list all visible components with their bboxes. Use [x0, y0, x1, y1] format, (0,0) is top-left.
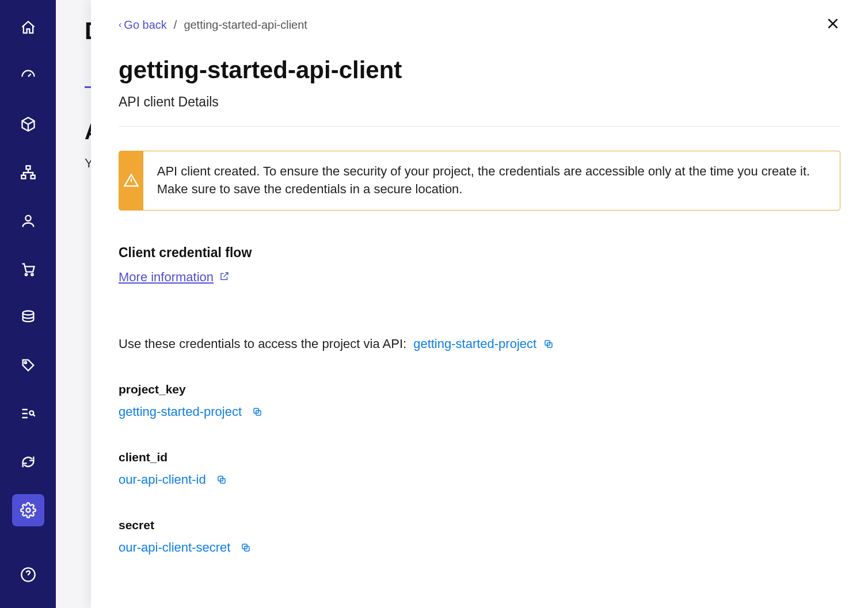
credential-project-key: project_key getting-started-project: [119, 383, 840, 419]
close-icon: [825, 16, 840, 31]
copy-project-key-button[interactable]: [252, 407, 262, 417]
page-title: getting-started-api-client: [119, 56, 840, 84]
refresh-icon[interactable]: [12, 446, 44, 478]
svg-point-5: [31, 273, 33, 276]
cube-icon[interactable]: [12, 108, 44, 140]
credential-label: project_key: [119, 383, 840, 396]
list-search-icon[interactable]: [12, 397, 44, 430]
chevron-left-icon: ‹: [119, 20, 121, 30]
svg-point-7: [24, 362, 26, 364]
cart-icon[interactable]: [12, 253, 44, 285]
divider: [119, 126, 840, 127]
go-back-link[interactable]: ‹ Go back: [119, 18, 167, 32]
svg-point-6: [22, 311, 33, 315]
dashboard-icon[interactable]: [12, 60, 44, 92]
flow-title: Client credential flow: [119, 245, 840, 261]
settings-icon[interactable]: [12, 494, 44, 526]
external-link-icon: [219, 271, 230, 284]
copy-project-button[interactable]: [543, 339, 554, 349]
credential-value: our-api-client-id: [119, 472, 206, 487]
detail-panel: ‹ Go back / getting-started-api-client g…: [91, 0, 868, 608]
credential-value: getting-started-project: [119, 404, 242, 419]
copy-secret-button[interactable]: [241, 542, 251, 553]
help-icon[interactable]: [12, 559, 44, 591]
breadcrumb-separator: /: [174, 18, 177, 32]
page-subtitle: API client Details: [119, 94, 840, 110]
tag-icon[interactable]: [12, 349, 44, 381]
user-icon[interactable]: [12, 205, 44, 237]
sidebar: [0, 0, 56, 608]
svg-rect-1: [21, 175, 25, 178]
svg-point-3: [25, 215, 31, 220]
project-link[interactable]: getting-started-project: [413, 336, 536, 351]
credentials-intro-text: Use these credentials to access the proj…: [119, 336, 406, 351]
svg-rect-0: [26, 166, 30, 169]
credential-value: our-api-client-secret: [119, 540, 230, 555]
svg-point-4: [25, 273, 27, 276]
go-back-label: Go back: [124, 18, 166, 32]
breadcrumb-current: getting-started-api-client: [184, 18, 307, 32]
credential-client-id: client_id our-api-client-id: [119, 450, 840, 487]
coins-icon[interactable]: [12, 301, 44, 334]
more-information-link[interactable]: More information: [119, 270, 214, 285]
home-icon[interactable]: [12, 12, 44, 44]
credential-secret: secret our-api-client-secret: [119, 518, 840, 555]
close-button[interactable]: [825, 16, 840, 33]
warning-text: API client created. To ensure the securi…: [143, 151, 840, 210]
credential-label: client_id: [119, 450, 840, 464]
warning-icon: [119, 151, 143, 210]
copy-client-id-button[interactable]: [216, 475, 227, 485]
svg-rect-2: [31, 175, 35, 178]
breadcrumb: ‹ Go back / getting-started-api-client: [119, 18, 307, 32]
credential-label: secret: [119, 518, 840, 532]
sitemap-icon[interactable]: [12, 156, 44, 189]
svg-point-9: [26, 508, 30, 513]
warning-alert: API client created. To ensure the securi…: [119, 151, 840, 211]
